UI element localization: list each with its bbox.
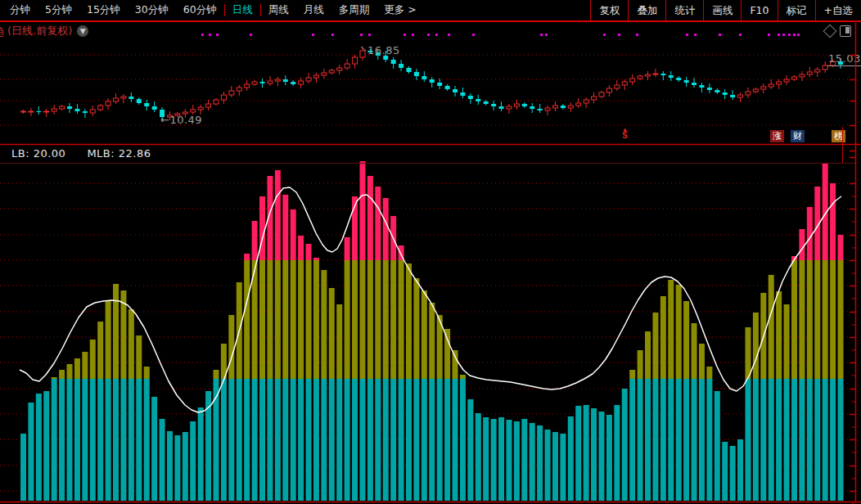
toolbar-button-叠加[interactable]: 叠加 [628, 0, 665, 20]
mlb-value: MLB: 22.86 [87, 147, 151, 160]
event-dot [435, 34, 438, 36]
chart-title: (日线.前复权) [7, 24, 72, 38]
tab-多周期[interactable]: 多周期 [331, 3, 377, 17]
period-tabs: 分钟5分钟15分钟30分钟60分钟日线周线月线多周期更多 > [0, 0, 424, 20]
toolbar-button-标记[interactable]: 标记 [778, 0, 815, 20]
corner-button-涨[interactable]: 涨 [770, 130, 784, 142]
toolbar-button-统计[interactable]: 统计 [665, 0, 703, 20]
lb-value: LB: 20.00 [11, 147, 65, 160]
event-dot [472, 34, 475, 36]
event-dot [636, 34, 638, 36]
event-dot [719, 34, 721, 36]
low-price-label: ←10.49 [160, 114, 202, 126]
toolbar-buttons: 复权叠加统计画线F10标记+自选 [590, 0, 861, 20]
event-dot [312, 34, 314, 36]
event-dot [782, 34, 785, 36]
tab-5分钟[interactable]: 5分钟 [38, 3, 79, 17]
indicator-chart[interactable] [0, 160, 851, 504]
event-dot [368, 34, 371, 36]
event-dot [216, 34, 219, 36]
event-dot [250, 34, 252, 36]
chart-subheader: 趋 (日线.前复权) ▼ [0, 22, 861, 39]
event-dot [331, 34, 334, 36]
toolbar-button-画线[interactable]: 画线 [703, 0, 741, 20]
event-dot [540, 34, 543, 36]
event-dot [412, 34, 414, 36]
toolbar-button-复权[interactable]: 复权 [590, 0, 628, 20]
event-dot [686, 34, 688, 36]
chevron-down-icon[interactable]: ▼ [77, 25, 88, 37]
event-dot [403, 34, 406, 36]
toolbar-button-+自选[interactable]: +自选 [815, 0, 861, 20]
last-price-label: 15.03 [827, 52, 861, 66]
overlay-panes-icon[interactable] [840, 25, 851, 37]
signal-marker: ▲ S [622, 127, 628, 140]
event-dot [793, 34, 796, 36]
event-dot [427, 34, 430, 36]
event-dot [618, 34, 620, 36]
event-dot [778, 34, 780, 36]
indicator-title-fragment: 趋 [0, 25, 7, 38]
tab-30分钟[interactable]: 30分钟 [128, 3, 176, 17]
tab-60分钟[interactable]: 60分钟 [176, 3, 224, 17]
event-dot [201, 34, 204, 36]
event-dot [694, 34, 696, 36]
left-arrow-icon: ← [160, 114, 169, 126]
app-window: 分钟5分钟15分钟30分钟60分钟日线周线月线多周期更多 > 复权叠加统计画线F… [0, 0, 861, 504]
tab-周线[interactable]: 周线 [261, 3, 296, 17]
event-dot [603, 34, 606, 36]
event-dot [209, 34, 211, 36]
tab-分钟[interactable]: 分钟 [2, 3, 38, 17]
candlestick-chart[interactable] [0, 39, 851, 144]
event-dot [360, 34, 363, 36]
tab-更多 >[interactable]: 更多 > [376, 3, 423, 17]
tab-月线[interactable]: 月线 [296, 3, 331, 17]
event-dot [448, 34, 450, 36]
tab-15分钟[interactable]: 15分钟 [79, 3, 128, 17]
event-dot [788, 34, 791, 36]
high-price-label: 16.85 [367, 44, 400, 56]
event-dot [768, 34, 770, 36]
event-dot [739, 34, 742, 36]
toolbar-button-F10[interactable]: F10 [741, 0, 777, 20]
event-dot [545, 34, 548, 36]
event-dot [797, 34, 800, 36]
indicator-label-row: LB: 20.00 MLB: 22.86 [0, 146, 851, 160]
corner-button-榜[interactable]: 榜 [832, 130, 845, 142]
tab-日线[interactable]: 日线 [225, 3, 260, 17]
toolbar: 分钟5分钟15分钟30分钟60分钟日线周线月线多周期更多 > 复权叠加统计画线F… [0, 0, 861, 22]
corner-button-财[interactable]: 财 [791, 130, 805, 142]
